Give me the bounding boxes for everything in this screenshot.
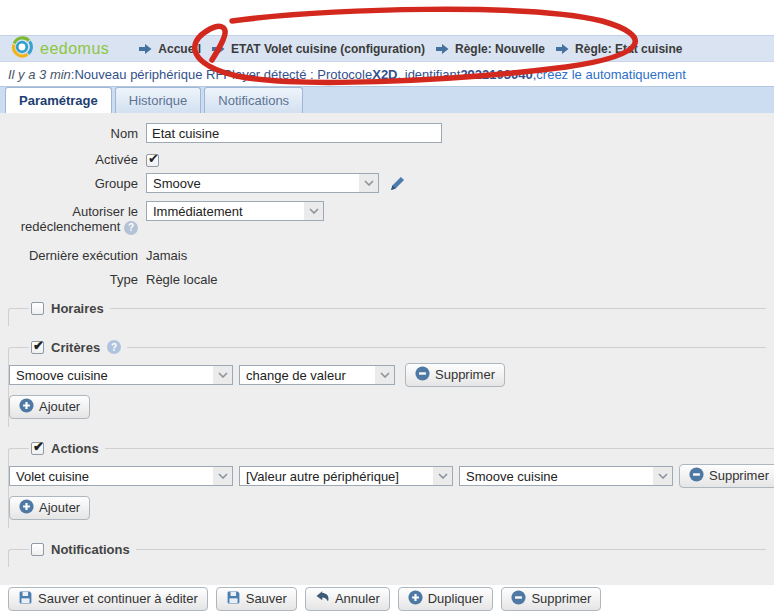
critere-device-value: Smoove cuisine [10,366,213,384]
groupe-row: Groupe Smoove [8,173,766,195]
eedomus-logo-text: eedomus [40,40,109,58]
horaires-label: Horaires [51,301,104,316]
save-and-continue-button[interactable]: Sauver et continuer à éditer [8,587,208,611]
chevron-down-icon [213,467,232,485]
chevron-down-icon [433,467,452,485]
notifications-legend: Notifications [29,542,136,557]
chevron-down-icon [375,366,394,384]
critere-add-label: Ajouter [39,399,80,414]
criteres-checkbox[interactable] [31,341,44,354]
breadcrumb-arrow-icon [139,43,152,55]
action-delete-label: Supprimer [709,468,769,483]
type-value: Règle locale [146,269,218,287]
breadcrumb-item-accueil[interactable]: Accueil [139,42,201,56]
critere-add-row: Ajouter [9,395,766,419]
criteres-help-icon[interactable]: ? [107,340,121,354]
breadcrumb-label: ETAT Volet cuisine (configuration) [231,42,425,56]
tab-historique[interactable]: Historique [115,87,202,113]
duplicate-button[interactable]: Dupliquer [398,587,494,611]
horaires-legend: Horaires [29,301,110,316]
edit-group-pencil-icon[interactable] [389,173,406,195]
nom-label: Nom [8,123,146,141]
actions-checkbox[interactable] [31,442,44,455]
minus-circle-icon [511,590,526,608]
critere-delete-label: Supprimer [435,367,495,382]
action-value-type-select[interactable]: [Valeur autre périphérique] [239,466,453,486]
breadcrumb-item-device-config[interactable]: ETAT Volet cuisine (configuration) [212,42,425,56]
critere-delete-button[interactable]: Supprimer [405,363,505,387]
breadcrumb-label: Règle: Etat cuisine [575,42,682,56]
notification-bar: Il y a 3 min : Nouveau périphérique RFPl… [0,63,774,86]
create-device-link[interactable]: créez le automatiquement [536,67,686,82]
notification-identifier: 2922103040 [460,67,532,82]
critere-add-button[interactable]: Ajouter [9,395,90,419]
action-device-value: Volet cuisine [10,467,213,485]
cancel-label: Annuler [335,591,380,606]
derniere-execution-row: Dernière exécution Jamais [8,245,766,263]
derniere-execution-value: Jamais [146,245,187,263]
save-label: Sauver [246,591,287,606]
undo-icon [315,590,330,608]
redeclenchement-help-icon[interactable]: ? [124,221,138,235]
criteres-legend: Critères ? [29,340,127,355]
breadcrumb-arrow-icon [436,43,449,55]
breadcrumb: Accueil ETAT Volet cuisine (configuratio… [139,42,682,56]
notifications-checkbox[interactable] [31,543,44,556]
save-button[interactable]: Sauver [216,587,297,611]
breadcrumb-arrow-icon [556,43,569,55]
tab-notifications[interactable]: Notifications [204,87,303,113]
activee-label: Activée [8,149,146,167]
save-and-continue-label: Sauver et continuer à éditer [38,591,198,606]
delete-rule-button[interactable]: Supprimer [501,587,601,611]
eedomus-logo[interactable]: eedomus [10,35,109,63]
minus-circle-icon [415,366,430,384]
action-add-row: Ajouter [9,496,774,520]
duplicate-label: Dupliquer [428,591,484,606]
nom-input[interactable] [146,123,442,143]
save-icon [18,590,33,608]
critere-condition-select[interactable]: change de valeur [239,365,395,385]
breadcrumb-label: Règle: Nouvelle [455,42,545,56]
rule-settings-panel: Nom Activée Groupe Smoove Autoriser le r… [0,113,774,585]
critere-row: Smoove cuisine change de valeur Supprime… [9,363,766,387]
type-label: Type [8,269,146,287]
action-row: Volet cuisine [Valeur autre périphérique… [9,464,774,488]
action-delete-button[interactable]: Supprimer [679,464,774,488]
criteres-section: Critères ? Smoove cuisine change de vale… [8,340,766,427]
chevron-down-icon [359,174,378,192]
plus-circle-icon [408,590,423,608]
actions-legend: Actions [29,441,105,456]
redeclenchement-select-value: Immédiatement [147,202,304,220]
breadcrumb-label: Accueil [158,42,201,56]
action-device-select[interactable]: Volet cuisine [9,466,233,486]
redeclenchement-label: Autoriser le redéclenchement ? [8,201,146,235]
notification-time: Il y a 3 min [8,67,71,82]
action-add-button[interactable]: Ajouter [9,496,90,520]
breadcrumb-item-regle-etat-cuisine[interactable]: Règle: Etat cuisine [556,42,682,56]
notification-protocol: X2D [372,67,397,82]
tab-bar: Paramétrage Historique Notifications [0,86,774,113]
horaires-section: Horaires [8,301,766,326]
footer-actions: Sauver et continuer à éditer Sauver Annu… [8,587,766,611]
redeclenchement-row: Autoriser le redéclenchement ? Immédiate… [8,201,766,235]
notification-text: , identifiant [398,67,461,82]
notifications-section: Notifications [8,542,766,567]
cancel-button[interactable]: Annuler [305,587,390,611]
redeclenchement-select[interactable]: Immédiatement [146,201,324,221]
groupe-label: Groupe [8,173,146,191]
minus-circle-icon [689,467,704,485]
save-icon [226,590,241,608]
plus-circle-icon [19,499,34,517]
activee-checkbox[interactable] [146,154,159,167]
redeclenchement-label-line1: Autoriser le [72,204,138,219]
type-row: Type Règle locale [8,269,766,287]
action-source-select[interactable]: Smoove cuisine [459,466,673,486]
eedomus-rule-page: eedomus Accueil ETAT Volet cuisine (conf… [0,0,774,612]
chevron-down-icon [653,467,672,485]
groupe-select[interactable]: Smoove [146,173,379,193]
horaires-checkbox[interactable] [31,302,44,315]
breadcrumb-item-regle-nouvelle[interactable]: Règle: Nouvelle [436,42,545,56]
critere-device-select[interactable]: Smoove cuisine [9,365,233,385]
chevron-down-icon [213,366,232,384]
tab-parametrage[interactable]: Paramétrage [5,87,112,113]
